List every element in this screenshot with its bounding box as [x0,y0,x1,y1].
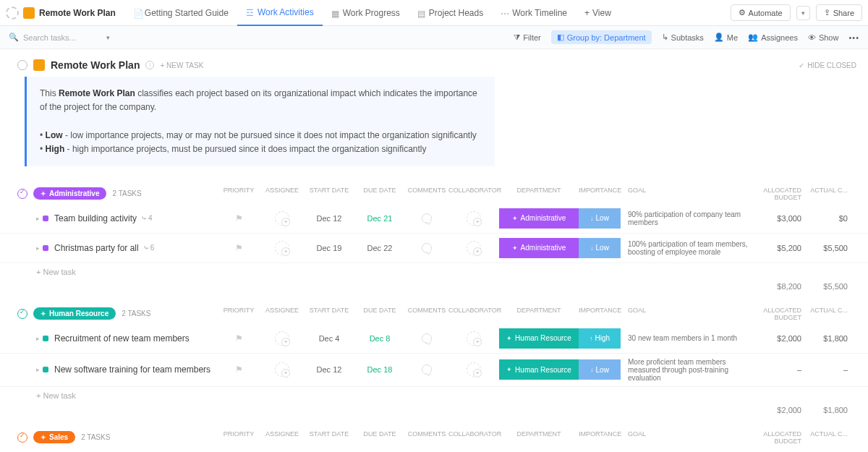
task-row[interactable]: ▸ Christmas party for all⤷6 ⚑ Dec 19 Dec… [0,234,868,263]
assignees-button[interactable]: 👥Assignees [748,33,798,42]
collaborator-avatar[interactable] [467,331,481,346]
tab-work-progress[interactable]: ▦Work Progress [323,0,409,26]
comment-icon[interactable] [422,213,432,223]
group-label[interactable]: ✦Administrative [33,187,106,200]
task-group: ✦Sales 2 TASKS PriorityAssignee Start Da… [0,427,868,452]
priority-flag-icon[interactable]: ⚑ [235,333,243,344]
start-date[interactable]: Dec 19 [304,244,354,252]
start-date[interactable]: Dec 12 [304,365,354,374]
importance-badge[interactable]: ↓Low [579,238,621,258]
group-by-button[interactable]: ◧Group by: Department [551,30,652,44]
assignee-avatar[interactable] [275,241,289,255]
collapse-all-icon[interactable] [17,60,27,70]
group-icon: ✦ [41,310,46,317]
start-date[interactable]: Dec 12 [304,214,354,223]
actual-value: $0 [809,214,851,223]
group-header: ✦Human Resource 2 TASKS PriorityAssignee… [0,304,868,324]
task-name[interactable]: Christmas party for all [54,243,139,253]
comment-icon[interactable] [422,364,432,375]
task-count: 2 TASKS [112,189,141,197]
status-square-icon[interactable] [43,336,48,341]
me-button[interactable]: 👤Me [714,33,738,42]
task-row[interactable]: ▸ Team building activity⤷4 ⚑ Dec 12 Dec … [0,204,868,234]
status-square-icon[interactable] [43,216,48,221]
task-row[interactable]: ▸ New software training for team members… [0,354,868,387]
collaborator-avatar[interactable] [467,241,481,255]
subtask-count: ⤷6 [143,244,155,252]
due-date[interactable]: Dec 21 [354,214,405,223]
group-collapse-icon[interactable] [17,432,27,443]
group-header: ✦Sales 2 TASKS PriorityAssignee Start Da… [0,427,868,448]
subtasks-button[interactable]: ↳Subtasks [662,33,704,42]
collaborator-avatar[interactable] [467,362,481,377]
priority-flag-icon[interactable]: ⚑ [235,243,243,253]
add-view-button[interactable]: +View [576,0,620,26]
workspace-avatar-icon[interactable] [23,7,35,19]
eye-icon: 👁 [808,33,816,42]
toolbar: 🔍 Search tasks... ▾ ⧩Filter ◧Group by: D… [0,26,868,49]
status-square-icon[interactable] [43,367,48,372]
task-group: ✦Administrative 2 TASKS PriorityAssignee… [0,184,868,298]
task-group: ✦Human Resource 2 TASKS PriorityAssignee… [0,304,868,422]
assignee-avatar[interactable] [275,331,289,346]
filter-button[interactable]: ⧩Filter [514,33,540,42]
priority-flag-icon[interactable]: ⚑ [235,213,243,223]
app-logo-icon[interactable] [6,7,19,20]
department-badge[interactable]: ✦Administrative [499,208,579,229]
share-button[interactable]: ⇪Share [816,4,862,21]
automate-button[interactable]: ⚙Automate [731,4,791,21]
group-label[interactable]: ✦Human Resource [33,307,116,320]
hide-closed-toggle[interactable]: ✓HIDE CLOSED [799,61,856,69]
top-nav: Remote Work Plan 📄Getting Started Guide … [0,0,868,26]
tab-work-activities[interactable]: ☲Work Activities [237,0,323,26]
assignee-avatar[interactable] [275,211,289,226]
collaborator-avatar[interactable] [467,211,481,226]
importance-badge[interactable]: ↓Low [579,359,621,380]
importance-badge[interactable]: ↑High [579,328,621,349]
tab-getting-started[interactable]: 📄Getting Started Guide [124,0,237,26]
show-button[interactable]: 👁Show [808,33,839,42]
tab-work-timeline[interactable]: ⋯Work Timeline [492,0,576,26]
due-date[interactable]: Dec 22 [354,244,405,252]
new-task-button[interactable]: + New task [0,263,868,281]
workspace-title: Remote Work Plan [39,8,116,18]
comment-icon[interactable] [422,333,432,344]
group-collapse-icon[interactable] [17,309,27,319]
subtask-icon: ↳ [662,33,668,42]
start-date[interactable]: Dec 4 [304,334,354,343]
task-name[interactable]: Team building activity [54,213,137,223]
due-date[interactable]: Dec 18 [354,365,405,374]
status-square-icon[interactable] [43,245,48,251]
importance-badge[interactable]: ↓Low [579,208,621,229]
search-icon: 🔍 [9,33,19,42]
task-name[interactable]: Recruitment of new team members [54,333,190,344]
search-input[interactable]: 🔍 Search tasks... ▾ [9,33,110,42]
priority-flag-icon[interactable]: ⚑ [235,364,243,375]
tab-project-heads[interactable]: ▤Project Heads [409,0,492,26]
group-label[interactable]: ✦Sales [33,431,75,443]
people-icon: 👥 [748,33,758,42]
assignee-avatar[interactable] [275,362,289,377]
group-totals: $8,200 $5,500 [0,281,868,298]
actual-value: – [809,365,851,374]
info-icon[interactable]: i [145,61,154,69]
department-badge[interactable]: ✦Human Resource [499,359,579,380]
group-collapse-icon[interactable] [17,189,27,199]
automate-dropdown[interactable]: ▾ [796,6,810,20]
expand-icon[interactable]: ▸ [36,215,40,222]
budget-value: $2,000 [751,334,809,343]
more-menu[interactable]: ••• [848,33,859,42]
task-row[interactable]: ▸ Anniversary Sale⤷5 ⚑ Nov 14 Nov 18 ✦Sa… [0,448,868,452]
department-badge[interactable]: ✦Administrative [499,238,579,258]
expand-icon[interactable]: ▸ [36,366,40,373]
expand-icon[interactable]: ▸ [36,335,40,342]
new-task-button[interactable]: + New task [0,387,868,404]
new-task-header-button[interactable]: + NEW TASK [160,61,203,69]
due-date[interactable]: Dec 8 [354,334,405,343]
department-badge[interactable]: ✦Human Resource [499,328,579,349]
expand-icon[interactable]: ▸ [36,244,40,252]
comment-icon[interactable] [422,243,432,253]
task-row[interactable]: ▸ Recruitment of new team members ⚑ Dec … [0,324,868,354]
board-icon: ▦ [331,9,340,17]
task-name[interactable]: New software training for team members [54,364,210,375]
